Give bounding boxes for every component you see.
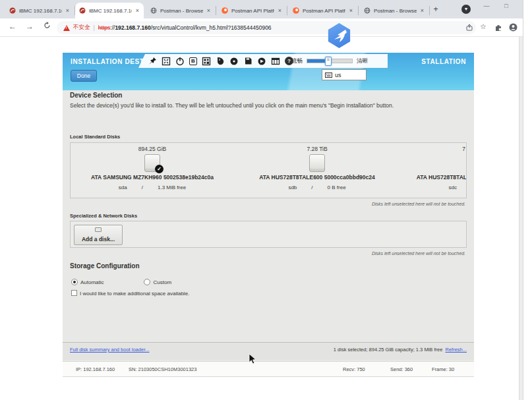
tab-close-icon[interactable]: × (206, 7, 211, 14)
tab-postman-browse-2[interactable]: Postman - Browse × (360, 3, 429, 18)
browser-window: iBMC 192.168.7.16 × iBMC 192.168.7.16 × … (0, 0, 523, 400)
kvm-quality-slider-group: 流畅 清晰 (291, 54, 368, 68)
disk-name: ATA HUS728T8TALE600 5000cca0bbd90c24 (238, 174, 396, 181)
device-selection-title: Device Selection (70, 92, 122, 99)
tab-close-icon[interactable]: × (65, 7, 70, 14)
quality-slider[interactable] (307, 59, 353, 63)
done-button[interactable]: Done (71, 70, 97, 82)
floppy-mount-icon[interactable] (243, 57, 252, 66)
selected-check-icon: ✓ (155, 165, 163, 173)
pin-icon[interactable] (148, 57, 157, 66)
tab-postman-api-2[interactable]: Postman API Platfo × (289, 3, 357, 18)
keyboard-b-icon[interactable]: B (189, 57, 197, 65)
radio-automatic-label: Automatic (80, 279, 104, 285)
ibmc-favicon (79, 7, 86, 14)
browser-toolbar: ← → 不安全 | https://192.168.7.160/src/virt… (0, 18, 523, 37)
url-separator: | (94, 24, 95, 31)
add-disk-button[interactable]: Add a disk... (74, 225, 123, 245)
quality-slider-fill (307, 59, 328, 63)
kvm-serial-number: SN: 2103050CSH10M3001323 (129, 366, 196, 372)
disk-sdc-clipped[interactable]: 7 ATA HUS728T8TAL sdc (399, 143, 467, 198)
disk-details-row: sdc (399, 185, 467, 190)
kvm-ip: IP: 192.168.7.160 (76, 366, 115, 372)
fullscreen-icon[interactable] (162, 57, 171, 66)
back-icon[interactable]: ← (7, 22, 18, 31)
tab-ibmc-2-active[interactable]: iBMC 192.168.7.16 × (75, 3, 144, 18)
disk-free: 0 B free (328, 185, 346, 190)
keyboard-layout-indicator[interactable]: us (322, 69, 367, 80)
kvm-frame: Frame: 30 (432, 366, 454, 372)
tab-close-icon[interactable]: × (420, 7, 425, 14)
kvm-status-bar: IP: 192.168.7.160 SN: 2103050CSH10M30013… (63, 361, 474, 377)
bird-glyph (332, 28, 347, 43)
reload-icon[interactable] (41, 22, 53, 31)
tab-close-icon[interactable]: × (278, 7, 282, 14)
tab-separator (358, 6, 359, 15)
security-warning-text: 不安全 (73, 24, 90, 32)
tab-title: Postman - Browse (374, 8, 417, 14)
tab-search-icon[interactable]: ▾ (461, 5, 471, 14)
quality-sharp-label: 清晰 (357, 57, 368, 65)
installer-footer: Full disk summary and boot loader... 1 d… (63, 342, 474, 360)
disk-details-row: sda / 1.3 MiB free (73, 185, 231, 190)
window-minimize-button[interactable]: — (480, 3, 493, 9)
unselected-note-2: Disks left unselected here will not be t… (372, 251, 465, 256)
disk-name: ATA SAMSUNG MZ7KH960 5002538e19b24c0a (73, 174, 231, 181)
screenshot-root: iBMC 192.168.7.16 × iBMC 192.168.7.16 × … (0, 0, 532, 400)
new-tab-button[interactable]: + (430, 4, 442, 16)
globe-favicon (150, 7, 157, 14)
video-record-icon[interactable] (257, 57, 266, 66)
page-scrollbar[interactable] (519, 37, 523, 400)
radio-custom-label: Custom (153, 279, 171, 285)
kvm-recv: Recv: 750 (343, 366, 365, 372)
profile-avatar-icon[interactable] (509, 22, 517, 34)
storage-radio-group: Automatic Custom (71, 275, 171, 287)
tab-separator (216, 6, 216, 15)
disk-device: sda (119, 185, 127, 190)
power-icon[interactable] (175, 57, 185, 66)
disk-details-row: sdb / 0 B free (238, 185, 396, 190)
mouse-cursor (249, 353, 256, 367)
tab-close-icon[interactable]: × (135, 7, 140, 14)
quality-smooth-label: 流畅 (291, 57, 303, 65)
refresh-link[interactable]: Refresh... (445, 347, 467, 353)
keyboard-icon (325, 72, 332, 78)
bookmark-star-icon[interactable]: ☆ (480, 22, 487, 31)
address-bar[interactable]: 不安全 | https://192.168.7.160/src/virtualC… (57, 21, 476, 34)
checkbox-additional-space[interactable] (71, 290, 77, 296)
cd-mount-icon[interactable] (229, 57, 239, 66)
installer-body: Device Selection Select the device(s) yo… (63, 90, 474, 342)
tab-ibmc-1[interactable]: iBMC 192.168.7.16 × (5, 3, 74, 18)
disk-mount-slash: / (142, 185, 143, 190)
numpad-icon[interactable] (202, 57, 211, 66)
postman-favicon (222, 7, 228, 14)
mouse-sync-icon[interactable] (216, 57, 225, 66)
disk-size: 894.25 GiB (73, 146, 231, 152)
url-text: https://192.168.7.160/src/virtualControl… (98, 24, 272, 31)
postman-favicon (293, 7, 299, 14)
window-maximize-button[interactable]: □ (500, 3, 513, 9)
disk-sdb[interactable]: 7.28 TiB ATA HUS728T8TALE600 5000cca0bbd… (238, 143, 396, 198)
tab-postman-api-1[interactable]: Postman API Platfo × (218, 3, 286, 18)
tab-separator (287, 6, 287, 15)
add-disk-label: Add a disk... (82, 236, 115, 243)
extensions-puzzle-icon[interactable] (494, 22, 502, 34)
disk-size: 7 (399, 146, 467, 152)
forward-icon[interactable]: → (24, 22, 36, 31)
disk-mount-slash: / (311, 185, 312, 190)
disk-sda[interactable]: 894.25 GiB ✓ ATA SAMSUNG MZ7KH960 500253… (73, 143, 231, 198)
radio-custom[interactable] (144, 279, 150, 285)
quality-slider-handle[interactable] (325, 57, 332, 66)
screenshot-icon[interactable] (271, 57, 280, 66)
share-icon[interactable] (465, 22, 473, 34)
storage-configuration-heading: Storage Configuration (70, 262, 140, 270)
disk-size: 7.28 TiB (238, 146, 396, 152)
full-disk-summary-link[interactable]: Full disk summary and boot loader... (70, 347, 149, 353)
tab-title: iBMC 192.168.7.16 (19, 8, 62, 14)
tab-title: Postman API Platfo (231, 8, 274, 14)
url-path: /src/virtualControl/kvm_h5.html?16385444… (151, 24, 272, 31)
radio-automatic[interactable] (71, 279, 78, 285)
tab-postman-browse-1[interactable]: Postman - Browse × (146, 3, 215, 18)
url-scheme: https (98, 24, 110, 31)
tab-close-icon[interactable]: × (349, 7, 353, 14)
